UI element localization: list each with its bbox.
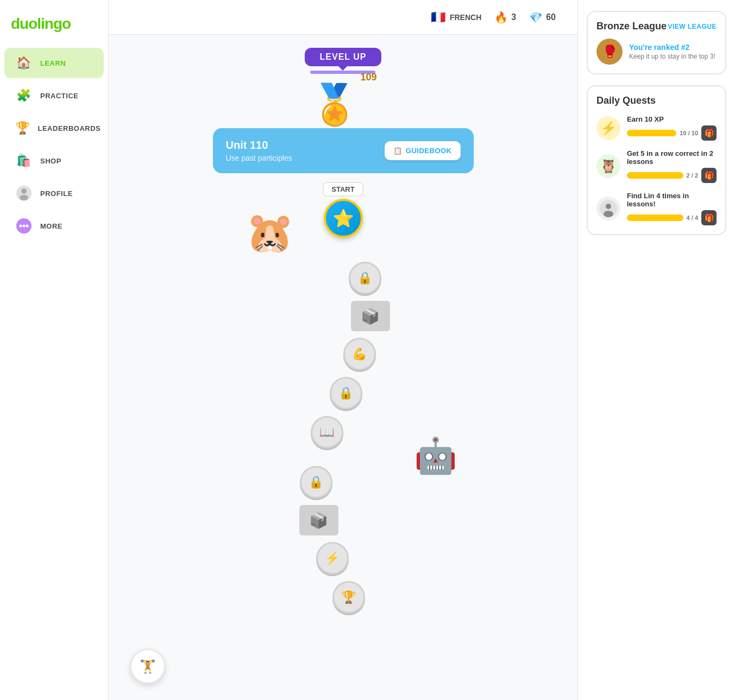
quest-bar-bg-1	[627, 130, 676, 136]
league-rank-info: You're ranked #2 Keep it up to stay in t…	[629, 43, 715, 60]
quest-item-5-in-row: 🦉 Get 5 in a row correct in 2 lessons 2 …	[596, 149, 717, 183]
owl-icon: 🦉	[600, 159, 617, 174]
sidebar: duolingo 🏠 LEARN 🧩 PRACTICE 🏆 LEADERBOAR…	[0, 0, 109, 700]
lesson-node-1[interactable]: 🔒	[349, 262, 381, 294]
logo-text: duolingo	[11, 15, 71, 32]
leaderboards-icon: 🏆	[15, 119, 30, 137]
sidebar-item-profile[interactable]: PROFILE	[4, 178, 104, 209]
star-icon: ⭐	[332, 208, 354, 229]
start-label: START	[323, 182, 363, 197]
unit-banner: Unit 110 Use past participles 📋 GUIDEBOO…	[213, 128, 474, 173]
sidebar-item-leaderboards-label: LEADERBOARDS	[38, 124, 101, 133]
sidebar-item-learn[interactable]: 🏠 LEARN	[4, 48, 104, 78]
quest-item-find-lin: Find Lin 4 times in lessons! 4 / 4 🎁	[596, 192, 717, 225]
quest-bar-fill-2	[627, 172, 683, 179]
quest-bar-fill-1	[627, 130, 676, 136]
barbell-icon-2: ⚡	[325, 551, 340, 565]
league-section: Bronze League VIEW LEAGUE 🥊 You're ranke…	[587, 11, 726, 74]
practice-icon: 🧩	[15, 87, 33, 104]
home-icon: 🏠	[15, 54, 33, 72]
quest-bar-bg-3	[627, 215, 683, 221]
svg-point-6	[26, 225, 29, 228]
chest-2[interactable]: 📦	[299, 505, 338, 535]
quest-progress-text-2: 2 / 2	[687, 172, 698, 179]
language-label: FRENCH	[450, 13, 481, 22]
trophy-icon-path: 🏆	[341, 590, 356, 604]
lesson-path: START ⭐ 🐹 🔒 📦 💪 🔒	[213, 182, 474, 639]
node-row-6: ⚡	[213, 542, 474, 575]
quest-label-earn-xp: Earn 10 XP	[627, 115, 717, 123]
svg-point-2	[20, 195, 28, 200]
gem-icon: 💎	[529, 11, 543, 24]
start-circle[interactable]: ⭐	[324, 199, 363, 238]
gems-stat: 💎 60	[529, 11, 556, 24]
guidebook-icon: 📋	[393, 147, 403, 155]
lesson-node-3[interactable]: 🔒	[330, 377, 362, 409]
streak-stat: 🔥 3	[494, 11, 516, 24]
quest-label-5-in-row: Get 5 in a row correct in 2 lessons	[627, 149, 717, 166]
right-panel: Bronze League VIEW LEAGUE 🥊 You're ranke…	[577, 0, 735, 700]
dumbbell-icon: 🏋️	[140, 659, 156, 674]
character-area: 🐹	[213, 242, 474, 258]
language-selector[interactable]: 🇫🇷 FRENCH	[431, 10, 481, 24]
sidebar-item-more-label: MORE	[40, 222, 62, 230]
unit-subtitle: Use past participles	[226, 154, 292, 162]
node-row-3: 🔒	[213, 377, 474, 409]
quest-label-find-lin: Find Lin 4 times in lessons!	[627, 192, 717, 208]
league-rank-text: You're ranked #2	[629, 43, 715, 52]
sidebar-item-learn-label: LEARN	[40, 59, 66, 67]
league-header: Bronze League VIEW LEAGUE	[596, 21, 717, 32]
lesson-node-7[interactable]: 🏆	[332, 581, 365, 614]
level-up-label: LEVEL UP	[320, 52, 367, 61]
level-up-container: LEVEL UP	[305, 48, 382, 74]
quest-icon-bolt: ⚡	[596, 116, 620, 140]
quest-progress-earn-xp: 10 / 10 🎁	[627, 125, 717, 141]
unit-title: Unit 110	[226, 139, 292, 152]
quest-content-earn-xp: Earn 10 XP 10 / 10 🎁	[627, 115, 717, 141]
league-avatar: 🥊	[596, 39, 623, 65]
quest-icon-person	[596, 197, 620, 220]
quest-progress-text-1: 10 / 10	[680, 130, 698, 136]
guidebook-button[interactable]: 📋 GUIDEBOOK	[385, 141, 460, 160]
book-icon-1: 📖	[319, 425, 334, 439]
chest-row-1: 📦	[213, 301, 474, 331]
robot-area: 🤖	[213, 452, 474, 463]
chest-1[interactable]: 📦	[351, 301, 390, 331]
quest-progress-find-lin: 4 / 4 🎁	[627, 210, 717, 225]
person-face-icon	[600, 200, 617, 217]
more-icon	[15, 217, 33, 235]
gems-count: 60	[546, 12, 556, 22]
quest-reward-1: 🎁	[701, 125, 717, 141]
quests-title: Daily Quests	[596, 95, 717, 106]
quest-bar-fill-3	[627, 215, 683, 221]
lesson-node-6[interactable]: ⚡	[316, 542, 349, 575]
node-row-1: 🔒	[213, 262, 474, 294]
sidebar-item-shop[interactable]: 🛍️ SHOP	[4, 146, 104, 176]
node-row-2: 💪	[213, 338, 474, 370]
lesson-node-4[interactable]: 📖	[311, 416, 343, 449]
sidebar-item-practice-label: PRACTICE	[40, 92, 78, 100]
trophy-container: 🏅 109	[322, 83, 365, 126]
sidebar-item-profile-label: PROFILE	[40, 190, 73, 198]
fire-icon: 🔥	[494, 11, 508, 24]
svg-point-1	[21, 188, 27, 194]
sidebar-item-more[interactable]: MORE	[4, 211, 104, 241]
view-league-button[interactable]: VIEW LEAGUE	[668, 23, 717, 30]
floating-dumbbell-button[interactable]: 🏋️	[130, 649, 165, 684]
svg-point-5	[23, 225, 26, 228]
trophy-icon: 🏅	[310, 85, 359, 124]
quest-content-5-in-row: Get 5 in a row correct in 2 lessons 2 / …	[627, 149, 717, 183]
sidebar-item-practice[interactable]: 🧩 PRACTICE	[4, 80, 104, 111]
streak-count: 3	[511, 12, 516, 22]
sidebar-item-leaderboards[interactable]: 🏆 LEADERBOARDS	[4, 113, 104, 143]
quests-section: Daily Quests ⚡ Earn 10 XP 10 / 10 🎁 🦉	[587, 85, 726, 235]
lesson-node-5[interactable]: 🔒	[300, 466, 332, 499]
start-node[interactable]: START ⭐	[323, 182, 363, 238]
shop-icon: 🛍️	[15, 152, 33, 169]
quest-progress-text-3: 4 / 4	[687, 215, 698, 221]
top-header: 🇫🇷 FRENCH 🔥 3 💎 60	[109, 0, 577, 35]
quest-reward-2: 🎁	[701, 168, 717, 183]
flag-icon: 🇫🇷	[431, 10, 445, 24]
lesson-node-2[interactable]: 💪	[343, 338, 376, 370]
lock-icon-1: 🔒	[357, 271, 372, 285]
